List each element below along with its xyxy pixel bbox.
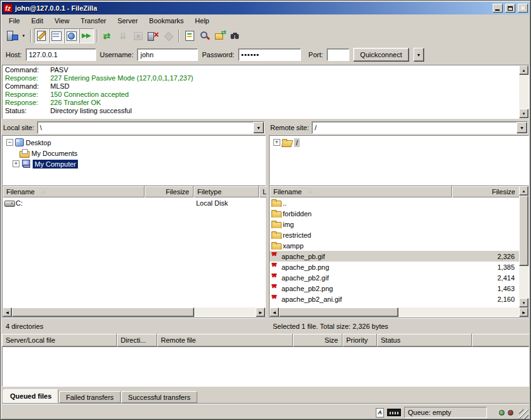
minimize-icon: [495, 9, 500, 11]
username-input[interactable]: john: [137, 48, 198, 61]
tab-queued-files[interactable]: Queued files: [3, 389, 58, 403]
filename-filters-button[interactable]: [197, 28, 212, 43]
expand-icon[interactable]: [13, 160, 19, 167]
toolbar-separator: [30, 30, 31, 42]
column-size[interactable]: Size: [293, 334, 342, 346]
menu-server[interactable]: Server: [112, 16, 143, 26]
menu-file[interactable]: File: [3, 16, 26, 26]
toggle-log-button[interactable]: [34, 28, 49, 43]
remote-file-row[interactable]: apache_pb.png 1,385: [270, 262, 519, 272]
quickconnect-dropdown[interactable]: [413, 48, 424, 62]
expand-icon[interactable]: [273, 139, 280, 146]
tab-successful-transfers[interactable]: Successful transfers: [121, 391, 197, 403]
statusbar: Queue: empty: [2, 403, 529, 419]
tree-item-root[interactable]: /: [270, 137, 528, 148]
remote-status-text: Selected 1 file. Total size: 2,326 bytes: [273, 323, 388, 330]
column-filename[interactable]: Filename: [3, 186, 145, 197]
cancel-button[interactable]: [131, 28, 146, 43]
resize-grip[interactable]: [519, 409, 528, 419]
remote-site-combobox[interactable]: /: [312, 121, 528, 134]
password-input[interactable]: ••••••: [238, 48, 301, 61]
disconnect-button[interactable]: [146, 28, 161, 43]
column-filesize[interactable]: Filesize: [452, 186, 519, 197]
column-filesize[interactable]: Filesize: [145, 186, 194, 197]
file-name: ..: [283, 199, 287, 207]
log-label: Response:: [5, 91, 50, 99]
tree-item-desktop[interactable]: Desktop: [3, 137, 265, 148]
scroll-up-button[interactable]: [519, 186, 528, 196]
directory-comparison-button[interactable]: [182, 28, 197, 43]
local-site-value: \: [38, 124, 253, 131]
column-priority[interactable]: Priority: [342, 334, 377, 346]
quickconnect-button[interactable]: Quickconnect: [353, 48, 409, 62]
remote-vertical-scrollbar[interactable]: [519, 186, 528, 307]
scroll-thumb[interactable]: [279, 307, 398, 317]
maximize-button[interactable]: [505, 4, 515, 13]
remote-horizontal-scrollbar[interactable]: [270, 307, 528, 317]
local-horizontal-scrollbar[interactable]: [3, 307, 265, 317]
log-scrollbar[interactable]: [519, 65, 528, 118]
menu-bookmarks[interactable]: Bookmarks: [143, 16, 189, 26]
scroll-left-button[interactable]: [270, 307, 279, 317]
scroll-track[interactable]: [519, 266, 528, 298]
scroll-left-button[interactable]: [3, 307, 12, 317]
toggle-queue-button[interactable]: [79, 28, 94, 43]
menu-edit[interactable]: Edit: [26, 16, 49, 26]
scroll-up-button[interactable]: [519, 65, 528, 75]
close-button[interactable]: [518, 4, 528, 13]
scroll-track[interactable]: [398, 307, 519, 317]
column-server-local-file[interactable]: Server/Local file: [2, 334, 117, 346]
password-label: Password:: [202, 51, 234, 58]
scroll-down-button[interactable]: [519, 298, 528, 307]
tree-item-my-computer[interactable]: My Computer: [3, 158, 265, 169]
menu-help[interactable]: Help: [189, 16, 215, 26]
column-direction[interactable]: Directi...: [117, 334, 157, 346]
column-remote-file[interactable]: Remote file: [157, 334, 293, 346]
remote-file-row[interactable]: ..: [270, 197, 519, 208]
scroll-track[interactable]: [519, 75, 528, 109]
scroll-down-button[interactable]: [519, 109, 528, 118]
site-manager-button[interactable]: [4, 28, 19, 43]
refresh-button[interactable]: [101, 28, 116, 43]
process-queue-button[interactable]: [116, 28, 131, 43]
toggle-remote-tree-button[interactable]: [64, 28, 79, 43]
remote-file-row[interactable]: img: [270, 219, 519, 229]
local-site-combobox[interactable]: \: [37, 121, 265, 134]
maximize-icon: [508, 6, 513, 11]
scroll-thumb[interactable]: [519, 196, 528, 266]
column-status[interactable]: Status: [377, 334, 472, 346]
minimize-button[interactable]: [493, 4, 503, 13]
tab-failed-transfers[interactable]: Failed transfers: [59, 391, 121, 403]
scroll-thumb[interactable]: [12, 307, 194, 317]
collapse-icon[interactable]: [6, 139, 13, 146]
remote-file-row[interactable]: apache_pb2_ani.gif 2,160: [270, 294, 519, 304]
column-filename[interactable]: Filename: [270, 186, 452, 197]
remote-file-row-selected[interactable]: apache_pb.gif 2,326: [270, 251, 519, 262]
tree-item-my-documents[interactable]: My Documents: [3, 148, 265, 158]
remote-file-row[interactable]: restricted: [270, 229, 519, 240]
reconnect-button[interactable]: [161, 28, 176, 43]
scroll-right-button[interactable]: [519, 307, 528, 317]
port-label: Port:: [309, 51, 323, 58]
remote-file-row[interactable]: xampp: [270, 240, 519, 251]
chevron-down-icon[interactable]: [253, 122, 264, 133]
toggle-local-tree-button[interactable]: [49, 28, 64, 43]
remote-file-row[interactable]: forbidden: [270, 208, 519, 219]
remote-file-row[interactable]: apache_pb2.gif 2,414: [270, 272, 519, 283]
open-folder-icon: [282, 138, 292, 146]
scroll-right-button[interactable]: [256, 307, 265, 317]
port-input[interactable]: [327, 48, 349, 61]
find-files-button[interactable]: [227, 28, 243, 43]
synchronized-browsing-button[interactable]: [212, 28, 227, 43]
remote-file-row[interactable]: apache_pb2.png 1,463: [270, 283, 519, 294]
tree-label-selected: /: [294, 138, 300, 147]
local-file-row[interactable]: C: Local Disk: [3, 197, 265, 208]
column-filetype[interactable]: Filetype: [194, 186, 259, 197]
file-name: C:: [16, 199, 23, 207]
host-input[interactable]: 127.0.0.1: [26, 48, 96, 61]
scroll-track[interactable]: [194, 307, 256, 317]
menu-view[interactable]: View: [49, 16, 75, 26]
chevron-down-icon[interactable]: [517, 122, 527, 133]
menu-transfer[interactable]: Transfer: [75, 16, 112, 26]
site-manager-dropdown[interactable]: [19, 28, 28, 43]
